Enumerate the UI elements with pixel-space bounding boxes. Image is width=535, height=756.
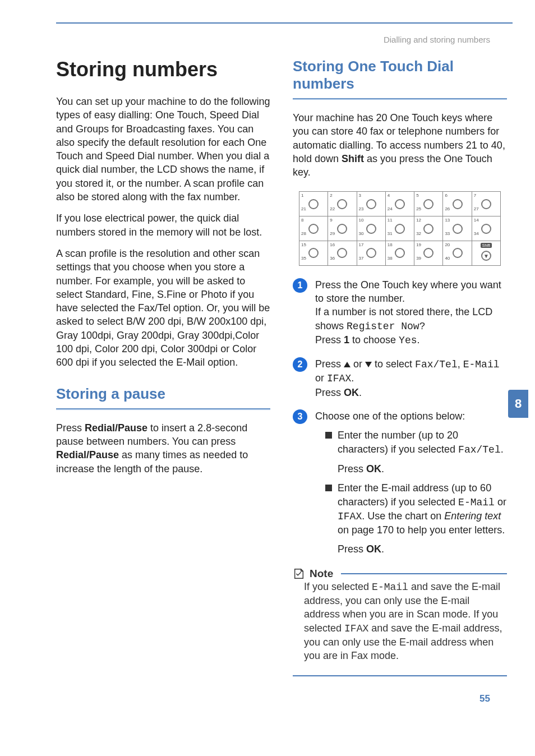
key: 828: [299, 216, 328, 241]
step-number-icon: 2: [293, 357, 307, 372]
key: 1636: [328, 241, 357, 265]
note-icon: [293, 568, 305, 580]
section-header: Dialling and storing numbers: [0, 35, 490, 44]
step-3: 3 Choose one of the options below: Enter…: [293, 409, 507, 556]
content-columns: Storing numbers You can set up your mach…: [0, 58, 535, 676]
page: Dialling and storing numbers Storing num…: [0, 0, 535, 727]
subheading-one-touch: Storing One Touch Dial numbers: [293, 58, 507, 93]
key: 323: [357, 192, 386, 216]
keypad-row: 121 222 323 424 525 626 727: [299, 192, 500, 216]
step-number-icon: 3: [293, 409, 307, 424]
key: 1333: [443, 216, 472, 241]
bullet-marker-icon: [325, 485, 332, 491]
note-body: If you selected E-Mail and save the E-ma…: [293, 580, 507, 669]
key: 1131: [386, 216, 414, 241]
step-number-icon: 1: [293, 278, 307, 293]
note-title: Note: [310, 568, 333, 580]
down-arrow-icon: [365, 362, 372, 367]
key: 1232: [414, 216, 443, 241]
key: 1737: [357, 241, 386, 265]
step-1: 1 Press the One Touch key where you want…: [293, 278, 507, 347]
page-title: Storing numbers: [56, 58, 270, 81]
step-body: Press or to select Fax/Tel, E-Mail or IF…: [315, 357, 507, 399]
key: 1434: [472, 216, 500, 241]
header-rule: [56, 22, 513, 24]
note-rule: [341, 573, 507, 574]
keypad-row: 828 929 1030 1131 1232 1333 1434: [299, 216, 500, 241]
key: 424: [386, 192, 414, 216]
key: 626: [443, 192, 472, 216]
key: 2040: [443, 241, 472, 265]
bullet-item: Enter the number (up to 20 characters) i…: [315, 428, 507, 476]
left-column: Storing numbers You can set up your mach…: [56, 58, 270, 676]
key: 1030: [357, 216, 386, 241]
step-body: Press the One Touch key where you want t…: [315, 278, 507, 347]
page-number: 55: [0, 693, 490, 704]
key: 929: [328, 216, 357, 241]
step-body: Choose one of the options below: Enter t…: [315, 409, 507, 556]
keypad-row: 1535 1636 1737 1838 1939 2040 Shift▼: [299, 241, 500, 265]
right-column: Storing One Touch Dial numbers Your mach…: [293, 58, 507, 676]
key: 121: [299, 192, 328, 216]
one-touch-keypad: 121 222 323 424 525 626 727 828 929 1030…: [299, 191, 501, 265]
key: 1939: [414, 241, 443, 265]
up-arrow-icon: [344, 362, 350, 367]
key: 727: [472, 192, 500, 216]
note-end-rule: [293, 675, 507, 676]
intro-paragraph-2: If you lose electrical power, the quick …: [56, 211, 270, 239]
one-touch-intro: Your machine has 20 One Touch keys where…: [293, 111, 507, 179]
intro-paragraph-3: A scan profile is the resolution and oth…: [56, 247, 270, 370]
subheading-rule: [293, 98, 507, 100]
chapter-tab: 8: [508, 390, 528, 418]
note-block: Note If you selected E-Mail and save the…: [293, 568, 507, 676]
step-2: 2 Press or to select Fax/Tel, E-Mail or …: [293, 357, 507, 399]
subheading-storing-pause: Storing a pause: [56, 385, 270, 403]
subheading-rule: [56, 408, 270, 410]
pause-paragraph: Press Redial/Pause to insert a 2.8-secon…: [56, 421, 270, 476]
key: 525: [414, 192, 443, 216]
key: 1535: [299, 241, 328, 265]
shift-key: Shift▼: [472, 241, 500, 265]
bullet-marker-icon: [325, 432, 332, 439]
intro-paragraph-1: You can set up your machine to do the fo…: [56, 95, 270, 204]
key: 1838: [386, 241, 414, 265]
key: 222: [328, 192, 357, 216]
bullet-item: Enter the E-mail address (up to 60 chara…: [315, 481, 507, 556]
